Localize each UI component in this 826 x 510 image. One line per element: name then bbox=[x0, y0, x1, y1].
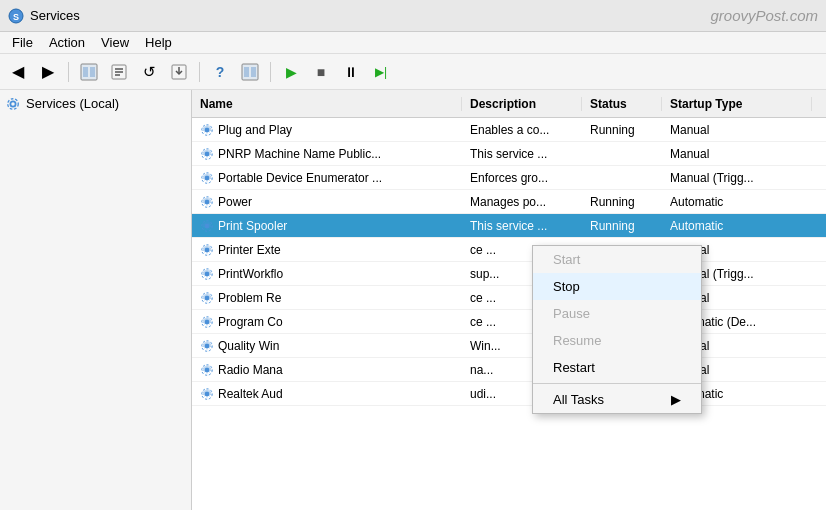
svg-point-23 bbox=[205, 175, 209, 179]
col-name: Name bbox=[192, 97, 462, 111]
cell-description: This service ... bbox=[462, 219, 582, 233]
toolbar: ◀ ▶ ↺ ? ▶ ■ ⏸ ▶| bbox=[0, 54, 826, 90]
forward-button[interactable]: ▶ bbox=[34, 58, 62, 86]
table-row[interactable]: Radio Mana na... Running Manual bbox=[192, 358, 826, 382]
table-row[interactable]: PNRP Machine Name Public... This service… bbox=[192, 142, 826, 166]
show-standard-button[interactable] bbox=[236, 58, 264, 86]
pause-service-button[interactable]: ⏸ bbox=[337, 58, 365, 86]
svg-text:S: S bbox=[13, 12, 19, 22]
cell-description: Enables a co... bbox=[462, 123, 582, 137]
svg-point-14 bbox=[10, 101, 15, 106]
export-list-button[interactable] bbox=[165, 58, 193, 86]
cell-name: Plug and Play bbox=[192, 123, 462, 137]
back-button[interactable]: ◀ bbox=[4, 58, 32, 86]
cell-name: PNRP Machine Name Public... bbox=[192, 147, 462, 161]
context-menu-item-stop[interactable]: Stop bbox=[533, 273, 701, 300]
table-body: Plug and Play Enables a co... Running Ma… bbox=[192, 118, 826, 406]
cell-name: Power bbox=[192, 195, 462, 209]
context-menu: StartStopPauseResumeRestartAll Tasks▶ bbox=[532, 245, 702, 414]
service-icon bbox=[200, 123, 214, 137]
cell-name: Portable Device Enumerator ... bbox=[192, 171, 462, 185]
start-service-button[interactable]: ▶ bbox=[277, 58, 305, 86]
col-startup-type: Startup Type bbox=[662, 97, 812, 111]
table-row[interactable]: Program Co ce ... Running Automatic (De.… bbox=[192, 310, 826, 334]
cell-name: Quality Win bbox=[192, 339, 462, 353]
cell-startup: Manual bbox=[662, 147, 812, 161]
context-menu-item-resume: Resume bbox=[533, 327, 701, 354]
menu-help[interactable]: Help bbox=[137, 33, 180, 52]
cell-description: Manages po... bbox=[462, 195, 582, 209]
service-icon bbox=[200, 195, 214, 209]
app-icon: S bbox=[8, 8, 24, 24]
cell-name: Print Spooler bbox=[192, 219, 462, 233]
context-menu-item-start: Start bbox=[533, 246, 701, 273]
col-status: Status bbox=[582, 97, 662, 111]
right-panel: Name Description Status Startup Type Plu… bbox=[192, 90, 826, 510]
svg-point-35 bbox=[205, 271, 209, 275]
resume-service-button[interactable]: ▶| bbox=[367, 58, 395, 86]
table-row[interactable]: Portable Device Enumerator ... Enforces … bbox=[192, 166, 826, 190]
main-layout: Services (Local) Name Description Status… bbox=[0, 90, 826, 510]
table-row[interactable]: Quality Win Win... Manual bbox=[192, 334, 826, 358]
menu-file[interactable]: File bbox=[4, 33, 41, 52]
table-row[interactable]: Print Spooler This service ... Running A… bbox=[192, 214, 826, 238]
table-row[interactable]: Plug and Play Enables a co... Running Ma… bbox=[192, 118, 826, 142]
svg-point-41 bbox=[205, 319, 209, 323]
title-bar: S Services groovyPost.com bbox=[0, 0, 826, 32]
service-icon bbox=[200, 387, 214, 401]
service-icon bbox=[200, 339, 214, 353]
svg-point-50 bbox=[205, 391, 209, 395]
svg-point-47 bbox=[205, 367, 209, 371]
table-row[interactable]: Problem Re ce ... Manual bbox=[192, 286, 826, 310]
refresh-button[interactable]: ↺ bbox=[135, 58, 163, 86]
context-menu-item-all-tasks[interactable]: All Tasks▶ bbox=[533, 386, 701, 413]
service-icon bbox=[200, 171, 214, 185]
svg-rect-4 bbox=[90, 67, 95, 77]
cell-name: Problem Re bbox=[192, 291, 462, 305]
svg-rect-3 bbox=[83, 67, 88, 77]
cell-name: Realtek Aud bbox=[192, 387, 462, 401]
stop-service-button[interactable]: ■ bbox=[307, 58, 335, 86]
help-button[interactable]: ? bbox=[206, 58, 234, 86]
svg-point-29 bbox=[205, 223, 209, 227]
context-menu-separator bbox=[533, 383, 701, 384]
menu-action[interactable]: Action bbox=[41, 33, 93, 52]
context-menu-item-restart[interactable]: Restart bbox=[533, 354, 701, 381]
table-row[interactable]: Power Manages po... Running Automatic bbox=[192, 190, 826, 214]
svg-point-26 bbox=[205, 199, 209, 203]
svg-point-20 bbox=[205, 151, 209, 155]
col-description: Description bbox=[462, 97, 582, 111]
service-icon bbox=[200, 243, 214, 257]
services-icon bbox=[6, 97, 20, 111]
svg-point-38 bbox=[205, 295, 209, 299]
window-title: Services bbox=[30, 8, 80, 23]
service-icon bbox=[200, 363, 214, 377]
cell-status: Running bbox=[582, 219, 662, 233]
table-header: Name Description Status Startup Type bbox=[192, 90, 826, 118]
table-row[interactable]: Realtek Aud udi... Running Automatic bbox=[192, 382, 826, 406]
cell-description: This service ... bbox=[462, 147, 582, 161]
cell-startup: Automatic bbox=[662, 195, 812, 209]
cell-name: Printer Exte bbox=[192, 243, 462, 257]
service-icon bbox=[200, 291, 214, 305]
left-panel: Services (Local) bbox=[0, 90, 192, 510]
toolbar-separator-1 bbox=[68, 62, 69, 82]
show-console-button[interactable] bbox=[75, 58, 103, 86]
menu-bar: File Action View Help bbox=[0, 32, 826, 54]
properties-button[interactable] bbox=[105, 58, 133, 86]
cell-status: Running bbox=[582, 195, 662, 209]
cell-name: Radio Mana bbox=[192, 363, 462, 377]
toolbar-separator-3 bbox=[270, 62, 271, 82]
table-row[interactable]: Printer Exte ce ... Manual bbox=[192, 238, 826, 262]
cell-status: Running bbox=[582, 123, 662, 137]
svg-point-32 bbox=[205, 247, 209, 251]
cell-startup: Manual bbox=[662, 123, 812, 137]
context-menu-item-pause: Pause bbox=[533, 300, 701, 327]
svg-point-17 bbox=[205, 127, 209, 131]
cell-name: PrintWorkflo bbox=[192, 267, 462, 281]
menu-view[interactable]: View bbox=[93, 33, 137, 52]
svg-rect-12 bbox=[244, 67, 249, 77]
toolbar-separator-2 bbox=[199, 62, 200, 82]
svg-rect-13 bbox=[251, 67, 256, 77]
table-row[interactable]: PrintWorkflo sup... Manual (Trigg... bbox=[192, 262, 826, 286]
